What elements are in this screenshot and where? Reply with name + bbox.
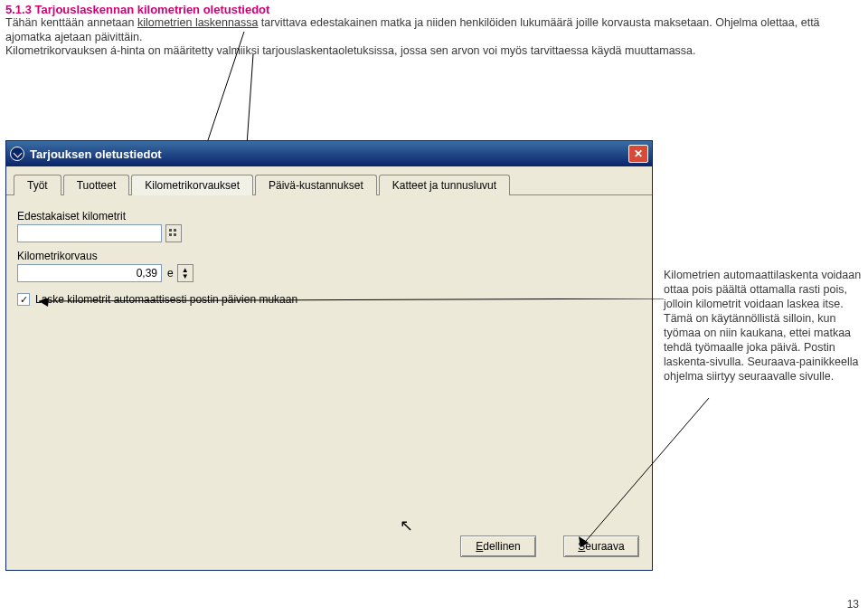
- intro-text-underlined: kilometrien laskennassa: [137, 16, 258, 29]
- tabstrip: Työt Tuotteet Kilometrikorvaukset Päivä-…: [6, 166, 652, 195]
- next-button[interactable]: Seuraava: [563, 535, 639, 557]
- korvaus-spin[interactable]: ▲ ▼: [177, 264, 193, 282]
- window-title: Tarjouksen oletustiedot: [30, 147, 162, 161]
- auto-km-check-label: Laske kilometrit automaattisesti postin …: [35, 293, 297, 306]
- km-picker-button[interactable]: [165, 224, 182, 242]
- intro-paragraph: Tähän kenttään annetaan kilometrien lask…: [0, 16, 868, 62]
- titlebar[interactable]: Tarjouksen oletustiedot ✕: [6, 141, 652, 166]
- prev-button[interactable]: Edellinen: [460, 535, 536, 557]
- tab-tuotteet[interactable]: Tuotteet: [63, 175, 130, 195]
- korvaus-field-row: e ▲ ▼: [17, 264, 641, 282]
- korvaus-label: Kilometrikorvaus: [17, 250, 641, 262]
- next-rest: euraava: [585, 540, 624, 553]
- section-heading: 5.1.3 Tarjouslaskennan kilometrien oletu…: [0, 0, 868, 16]
- korvaus-unit: e: [167, 267, 174, 280]
- page-number: 13: [847, 598, 859, 611]
- tab-tyot[interactable]: Työt: [14, 175, 61, 195]
- km-label: Edestakaiset kilometrit: [17, 210, 641, 223]
- wizard-buttons: Edellinen Seuraava: [460, 535, 639, 557]
- prev-mnemonic: E: [476, 540, 483, 553]
- tab-kilometrikorvaukset[interactable]: Kilometrikorvaukset: [131, 175, 253, 195]
- tab-katteet[interactable]: Katteet ja tunnusluvut: [379, 175, 510, 195]
- side-note: Kilometrien automaattilaskenta voidaan o…: [664, 268, 866, 384]
- prev-rest: dellinen: [483, 540, 520, 553]
- intro-text-a: Tähän kenttään annetaan: [5, 16, 137, 29]
- auto-km-checkbox[interactable]: ✓: [17, 293, 30, 306]
- next-mnemonic: S: [578, 540, 585, 553]
- close-button[interactable]: ✕: [628, 145, 648, 163]
- auto-km-check-row: ✓ Laske kilometrit automaattisesti posti…: [17, 293, 641, 306]
- km-field-row: [17, 224, 641, 242]
- app-icon: [10, 147, 24, 161]
- chevron-down-icon: ▼: [182, 273, 189, 280]
- korvaus-input[interactable]: [17, 264, 162, 282]
- km-input[interactable]: [17, 224, 162, 242]
- dialog-window: Tarjouksen oletustiedot ✕ Työt Tuotteet …: [5, 140, 653, 571]
- tab-paivakustannukset[interactable]: Päivä-kustannukset: [255, 175, 377, 195]
- tab-pane: Edestakaiset kilometrit Kilometrikorvaus…: [6, 195, 652, 317]
- intro-text-p2: Kilometrikorvauksen á-hinta on määritett…: [5, 44, 696, 57]
